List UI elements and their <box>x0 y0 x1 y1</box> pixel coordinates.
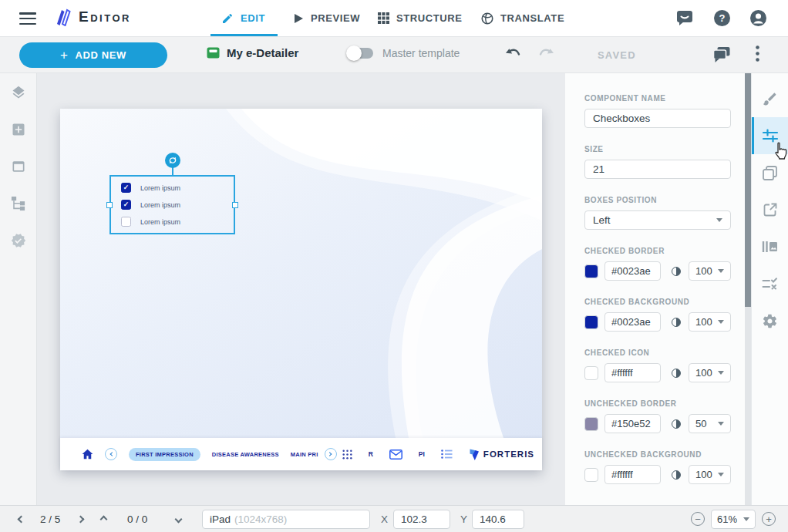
checkbox-label: Lorem ipsum <box>140 218 180 226</box>
opacity-select[interactable]: 100 <box>689 261 731 281</box>
size-input[interactable] <box>584 160 731 179</box>
comments-icon[interactable] <box>712 46 731 63</box>
component-name-input[interactable] <box>584 109 731 128</box>
tab-translate[interactable]: TRANSLATE <box>481 0 564 36</box>
checkbox[interactable] <box>121 200 131 210</box>
profile-icon[interactable] <box>749 9 768 28</box>
chevron-down-icon <box>718 371 724 375</box>
hex-input[interactable] <box>604 363 661 382</box>
tab-label: PREVIEW <box>311 12 360 24</box>
style-brush-tab[interactable] <box>752 80 788 117</box>
forteris-mark-icon <box>469 448 480 461</box>
hex-input[interactable] <box>604 312 661 332</box>
x-input[interactable] <box>393 510 450 529</box>
status-bar: 2 / 5 0 / 0 iPad (1024x768) X Y − 61% + <box>0 505 788 532</box>
unchecked-background-row: 100 <box>584 465 731 484</box>
checked-border-row: 100 <box>584 261 731 281</box>
tab-label: EDIT <box>241 12 265 24</box>
checkbox-row: Lorem ipsum <box>121 217 180 227</box>
x-coordinate[interactable] <box>393 506 450 532</box>
properties-panel: COMPONENT NAME SIZE BOXES POSITION Left … <box>565 73 745 505</box>
selected-component[interactable]: Lorem ipsum Lorem ipsum Lorem ipsum <box>109 175 235 234</box>
gear-settings-tab[interactable] <box>752 302 788 339</box>
zoom-out-button[interactable]: − <box>691 506 705 532</box>
boxes-position-select[interactable]: Left <box>584 210 731 230</box>
feedback-icon[interactable] <box>676 9 695 28</box>
device-select[interactable]: iPad (1024x768) <box>202 506 370 532</box>
hamburger-menu-icon[interactable] <box>19 12 36 25</box>
apps-grid-icon[interactable] <box>342 450 352 460</box>
slide-frame-icon[interactable] <box>11 159 26 174</box>
opacity-select[interactable]: 100 <box>689 363 731 382</box>
tree-structure-icon[interactable] <box>11 196 26 211</box>
play-icon <box>293 13 304 24</box>
chevron-down-icon <box>718 320 724 324</box>
nav-link-disease-awareness[interactable]: DISEASE AWARENESS <box>212 451 279 458</box>
checkbox[interactable] <box>121 183 131 193</box>
opacity-select[interactable]: 100 <box>689 465 731 484</box>
color-swatch[interactable] <box>584 315 598 329</box>
open-external-tab[interactable] <box>752 191 788 228</box>
add-box-icon[interactable] <box>11 122 26 137</box>
nav-link-main-pri[interactable]: MAIN PRI <box>291 451 318 458</box>
master-template-toggle[interactable] <box>349 48 373 59</box>
grid-icon <box>378 12 389 24</box>
scrollbar-thumb[interactable] <box>745 73 751 307</box>
references-link[interactable]: R <box>369 450 373 458</box>
pi-link[interactable]: PI <box>419 450 425 458</box>
redo-button[interactable] <box>538 48 554 59</box>
panel-scrollbar[interactable] <box>745 73 751 505</box>
layers-icon[interactable] <box>11 85 26 100</box>
mail-icon[interactable] <box>389 450 402 460</box>
resize-handle-right[interactable] <box>232 202 238 208</box>
list-icon[interactable] <box>441 450 453 459</box>
color-swatch[interactable] <box>584 417 598 431</box>
zoom-level-select[interactable]: 61% <box>711 506 756 532</box>
add-new-button[interactable]: + ADD NEW <box>19 42 167 68</box>
layer-up-icon[interactable] <box>101 506 106 532</box>
checked-icon-row: 100 <box>584 363 731 382</box>
resize-handle-left[interactable] <box>106 202 113 208</box>
color-swatch[interactable] <box>584 468 598 482</box>
globe-icon <box>481 12 493 25</box>
hex-input[interactable] <box>604 261 661 281</box>
duplicate-tab[interactable] <box>752 154 788 191</box>
opacity-icon <box>672 318 681 327</box>
master-template-toggle-group: Master template <box>349 47 460 59</box>
nav-link-first-impression[interactable]: FIRST IMPRESSION <box>129 448 200 461</box>
zoom-in-button[interactable]: + <box>762 506 776 532</box>
prev-slide-icon[interactable] <box>19 506 24 532</box>
tab-preview[interactable]: PREVIEW <box>293 0 360 36</box>
tab-edit[interactable]: EDIT <box>221 0 265 36</box>
nav-prev-icon[interactable] <box>105 448 117 460</box>
hex-input[interactable] <box>604 414 661 433</box>
home-icon[interactable] <box>82 449 93 460</box>
undo-button[interactable] <box>505 48 521 59</box>
tab-structure[interactable]: STRUCTURE <box>378 0 463 36</box>
slide-canvas[interactable]: Lorem ipsum Lorem ipsum Lorem ipsum F <box>60 109 542 470</box>
chevron-down-icon <box>743 517 749 521</box>
master-template-label: Master template <box>382 47 460 59</box>
checkbox[interactable] <box>121 217 131 227</box>
layer-down-icon[interactable] <box>176 506 181 532</box>
next-slide-icon[interactable] <box>78 506 83 532</box>
more-options-icon[interactable] <box>756 45 759 62</box>
hex-input[interactable] <box>604 465 661 484</box>
layout-image-tab[interactable] <box>752 228 788 265</box>
opacity-select[interactable]: 50 <box>689 414 731 433</box>
rotate-handle-icon[interactable] <box>165 153 180 168</box>
canvas-workspace[interactable]: Lorem ipsum Lorem ipsum Lorem ipsum F <box>37 73 565 505</box>
document-toolbar: + ADD NEW My e-Detailer Master template … <box>0 37 788 73</box>
unchecked-border-label: UNCHECKED BORDER <box>584 399 731 408</box>
help-icon[interactable]: ? <box>713 9 732 28</box>
settings-sliders-tab[interactable] <box>752 117 788 154</box>
y-coordinate[interactable] <box>472 506 524 532</box>
y-input[interactable] <box>472 510 524 529</box>
nav-next-icon[interactable] <box>325 448 337 460</box>
validation-list-tab[interactable] <box>752 265 788 302</box>
verified-badge-icon[interactable] <box>11 233 26 248</box>
opacity-select[interactable]: 100 <box>689 312 731 332</box>
color-swatch[interactable] <box>584 264 598 278</box>
color-swatch[interactable] <box>584 366 598 380</box>
device-resolution: (1024x768) <box>234 513 287 525</box>
